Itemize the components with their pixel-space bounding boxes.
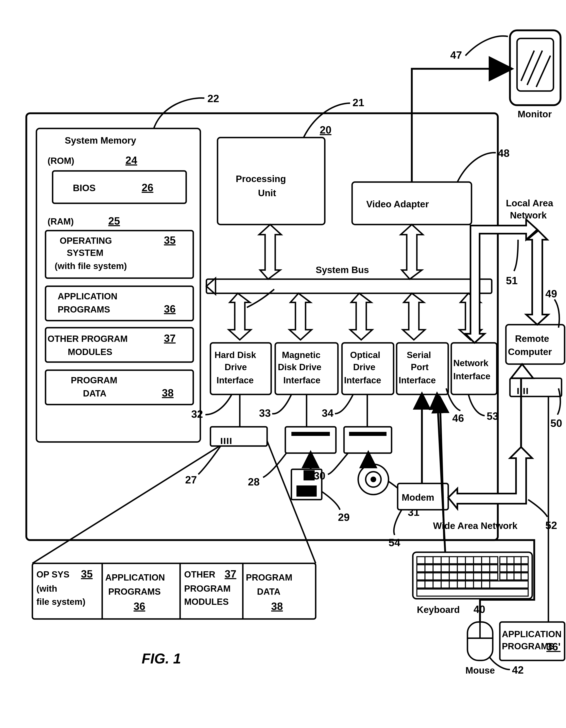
svg-text:Interface: Interface bbox=[453, 371, 490, 381]
spi-interface: Serial Port Interface bbox=[397, 343, 448, 394]
svg-text:32: 32 bbox=[191, 408, 203, 420]
svg-text:35: 35 bbox=[164, 234, 176, 246]
floppy-drive-icon bbox=[285, 427, 336, 453]
svg-text:38: 38 bbox=[162, 387, 174, 399]
svg-rect-77 bbox=[297, 485, 317, 497]
svg-text:42: 42 bbox=[512, 664, 524, 676]
svg-text:OP SYS: OP SYS bbox=[36, 569, 69, 579]
svg-text:Serial: Serial bbox=[407, 350, 431, 360]
svg-text:file system): file system) bbox=[36, 597, 85, 607]
svg-text:Wide Area Network: Wide Area Network bbox=[433, 520, 518, 531]
svg-text:29: 29 bbox=[338, 511, 350, 523]
chassis-ref: 20 bbox=[320, 124, 332, 136]
svg-text:System Memory: System Memory bbox=[65, 135, 136, 146]
svg-text:Interface: Interface bbox=[216, 375, 253, 385]
disk-contents: OP SYS 35 (with file system) APPLICATION… bbox=[32, 563, 316, 619]
video-adapter: Video Adapter bbox=[352, 182, 472, 225]
network-interface: Network Interface bbox=[451, 343, 497, 394]
svg-text:Interface: Interface bbox=[399, 375, 436, 385]
mdd-interface: Magnetic Disk Drive Interface bbox=[275, 343, 338, 394]
hard-drive-icon bbox=[210, 427, 267, 446]
svg-rect-98 bbox=[417, 589, 528, 596]
svg-text:APPLICATION: APPLICATION bbox=[58, 291, 117, 301]
svg-text:APPLICATION: APPLICATION bbox=[502, 629, 562, 639]
svg-text:25: 25 bbox=[108, 215, 120, 227]
cd-icon bbox=[358, 464, 389, 495]
svg-text:PROGRAM: PROGRAM bbox=[71, 375, 117, 385]
svg-text:PROGRAMS: PROGRAMS bbox=[108, 587, 161, 597]
svg-text:27: 27 bbox=[185, 474, 197, 486]
svg-text:OTHER PROGRAM: OTHER PROGRAM bbox=[48, 334, 128, 344]
svg-rect-80 bbox=[349, 432, 387, 436]
svg-text:MODULES: MODULES bbox=[68, 347, 112, 357]
svg-text:Processing: Processing bbox=[236, 174, 286, 184]
modem: Modem bbox=[398, 483, 448, 510]
svg-text:Port: Port bbox=[411, 362, 429, 372]
svg-text:37: 37 bbox=[224, 568, 236, 580]
svg-text:50: 50 bbox=[550, 417, 562, 429]
svg-text:53: 53 bbox=[487, 410, 498, 422]
svg-text:MODULES: MODULES bbox=[184, 597, 229, 607]
svg-rect-4 bbox=[53, 171, 186, 203]
svg-text:Network: Network bbox=[453, 358, 489, 368]
svg-rect-71 bbox=[285, 427, 336, 453]
svg-text:Drive: Drive bbox=[353, 362, 375, 372]
svg-text:(RAM): (RAM) bbox=[48, 216, 74, 226]
svg-text:28: 28 bbox=[248, 476, 259, 488]
svg-text:Monitor: Monitor bbox=[518, 109, 552, 119]
svg-text:38: 38 bbox=[271, 600, 283, 612]
svg-text:PROGRAMS: PROGRAMS bbox=[58, 304, 110, 314]
mouse-icon bbox=[468, 622, 493, 660]
svg-text:APPLICATION: APPLICATION bbox=[105, 572, 165, 582]
svg-text:PROGRAM: PROGRAM bbox=[246, 572, 293, 582]
svg-point-85 bbox=[371, 477, 376, 482]
svg-text:System Bus: System Bus bbox=[316, 265, 369, 275]
svg-text:OTHER: OTHER bbox=[184, 569, 215, 579]
svg-text:49: 49 bbox=[545, 288, 557, 300]
odd-interface: Optical Drive Interface bbox=[342, 343, 394, 394]
svg-text:Mouse: Mouse bbox=[465, 665, 495, 676]
diagram-root: 20 System Memory (ROM) 24 BIOS 26 (RAM) … bbox=[0, 0, 566, 728]
svg-text:46: 46 bbox=[452, 412, 464, 424]
keyboard-icon bbox=[413, 552, 532, 599]
svg-text:36': 36' bbox=[546, 641, 561, 653]
svg-text:33: 33 bbox=[259, 407, 271, 419]
svg-text:Network: Network bbox=[510, 210, 547, 220]
svg-rect-123 bbox=[506, 325, 565, 364]
svg-text:DATA: DATA bbox=[83, 388, 106, 398]
svg-text:OPERATING: OPERATING bbox=[60, 236, 112, 246]
monitor-icon: Monitor bbox=[510, 30, 561, 119]
svg-text:21: 21 bbox=[353, 97, 364, 108]
optical-drive-icon bbox=[344, 427, 392, 453]
svg-text:Computer: Computer bbox=[508, 347, 552, 357]
svg-rect-76 bbox=[304, 470, 315, 480]
svg-rect-37 bbox=[206, 279, 492, 293]
svg-rect-72 bbox=[292, 432, 330, 436]
svg-text:Interface: Interface bbox=[344, 375, 381, 385]
svg-text:37: 37 bbox=[164, 332, 176, 344]
svg-rect-79 bbox=[344, 427, 392, 453]
svg-rect-56 bbox=[451, 343, 497, 394]
svg-text:(ROM): (ROM) bbox=[48, 156, 74, 166]
svg-text:35: 35 bbox=[81, 568, 93, 580]
svg-text:34: 34 bbox=[322, 407, 334, 419]
svg-text:Optical: Optical bbox=[350, 350, 380, 360]
svg-text:26: 26 bbox=[142, 182, 153, 193]
svg-text:DATA: DATA bbox=[257, 587, 280, 597]
hdd-interface: Hard Disk Drive Interface bbox=[210, 343, 271, 394]
svg-text:54: 54 bbox=[389, 537, 400, 548]
svg-text:Interface: Interface bbox=[283, 375, 320, 385]
svg-text:48: 48 bbox=[498, 147, 510, 159]
remote-computer: Remote Computer bbox=[506, 325, 565, 396]
svg-text:Remote: Remote bbox=[515, 333, 549, 344]
svg-text:Modem: Modem bbox=[402, 492, 434, 503]
svg-text:Hard Disk: Hard Disk bbox=[214, 350, 256, 360]
svg-rect-64 bbox=[210, 427, 267, 446]
svg-text:Unit: Unit bbox=[258, 188, 276, 198]
svg-text:SYSTEM: SYSTEM bbox=[67, 248, 103, 258]
svg-text:24: 24 bbox=[125, 154, 137, 166]
svg-text:36: 36 bbox=[133, 600, 145, 612]
svg-text:(with file system): (with file system) bbox=[55, 261, 127, 271]
svg-text:52: 52 bbox=[545, 519, 557, 531]
svg-text:Video Adapter: Video Adapter bbox=[366, 199, 429, 209]
